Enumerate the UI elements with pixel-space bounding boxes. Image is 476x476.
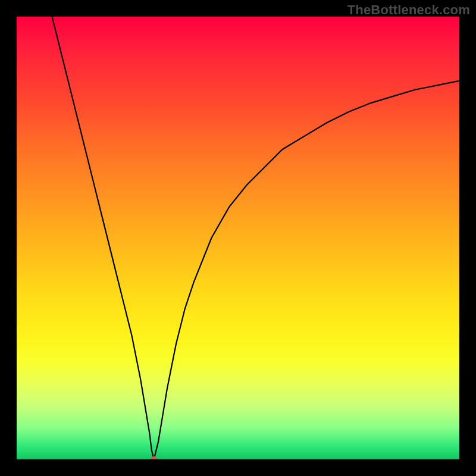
chart-frame: TheBottleneck.com (0, 0, 476, 476)
watermark-text: TheBottleneck.com (347, 2, 470, 18)
plot-area (17, 17, 459, 459)
bottleneck-curve (17, 17, 459, 459)
optimal-point-marker (151, 456, 158, 459)
